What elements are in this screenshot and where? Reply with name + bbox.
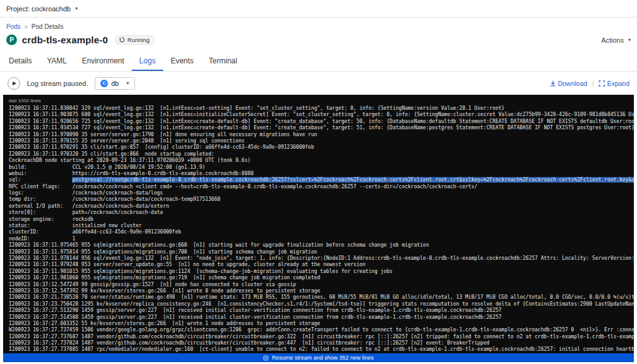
log-line: I200923 16:37:12.547392 99 kv/kvserver/s… xyxy=(9,288,634,294)
download-icon xyxy=(550,80,556,87)
log-line: I200923 16:37:27.513290 1459 gossip/serv… xyxy=(9,308,634,314)
log-line: I200923 16:37:11.830042 329 sql/event_lo… xyxy=(9,105,634,112)
log-line: W200923 16:37:27.737459 1506 vendor/goog… xyxy=(9,327,634,333)
tab-yaml[interactable]: YAML xyxy=(40,51,75,71)
status-badge-label: Running xyxy=(127,36,149,43)
log-viewport[interactable]: last 1000 lines I200923 16:37:11.830042 … xyxy=(3,95,634,362)
log-line: I200923 16:37:27.603352 55 kv/kvserver/s… xyxy=(9,321,634,327)
log-line: I200923 16:37:11.970090 35 server/server… xyxy=(9,132,634,138)
log-line: status: initialized new cluster xyxy=(9,223,634,229)
log-line: temp dir: /cockroach/cockroach-data/cock… xyxy=(9,196,634,203)
container-select-value: db xyxy=(111,80,119,87)
selected-log-text: postgresql://root@crdb-tls-example-0.crd… xyxy=(72,177,634,183)
pod-icon: P xyxy=(6,35,17,45)
log-line: I200923 16:37:27.514508 1459 gossip/serv… xyxy=(9,314,634,321)
log-line-prefix: sql: xyxy=(9,177,72,183)
project-selector-label: Project: cockroachdb xyxy=(6,5,71,13)
tabs: DetailsYAMLEnvironmentLogsEventsTerminal xyxy=(0,51,637,72)
tab-details[interactable]: Details xyxy=(1,51,40,71)
tab-terminal[interactable]: Terminal xyxy=(201,51,245,71)
log-line: I200923 16:37:11.981060 955 sqlmigration… xyxy=(9,275,634,281)
log-line: I200923 16:37:11.970291 35 cli/start.go:… xyxy=(9,144,634,151)
log-line: I200923 16:37:11.975465 955 sqlmigration… xyxy=(9,242,634,249)
expand-label: Expand xyxy=(607,80,629,87)
project-selector[interactable]: Project: cockroachdb ▾ xyxy=(0,0,637,18)
toolbar-divider: | xyxy=(592,80,594,87)
log-line: I200923 16:37:11.920656 725 sql/event_lo… xyxy=(9,119,634,125)
log-line: I200923 16:37:23.750428 1295 kv/kvserver… xyxy=(9,301,634,308)
log-line: I200923 16:37:11.970320 35 cli/start.go:… xyxy=(9,151,634,158)
log-line: I200923 16:37:21.738520 78 server/status… xyxy=(9,294,634,301)
title-row: P crdb-tls-example-0 Running Actions ▾ xyxy=(0,30,637,45)
breadcrumb: Pods > Pod Details xyxy=(0,18,637,30)
actions-menu-button[interactable]: Actions ▾ xyxy=(601,36,631,44)
log-toolbar: ▶ Log stream paused. C db ▾ Download | E… xyxy=(0,72,637,95)
resume-stream-label: Resume stream and show 352 new lines xyxy=(272,355,373,361)
container-icon: C xyxy=(100,80,108,87)
log-line: I200923 16:37:11.970155 35 server/server… xyxy=(9,138,634,144)
log-line: storage engine: rocksdb xyxy=(9,217,634,223)
download-button[interactable]: Download xyxy=(550,80,587,87)
tab-environment[interactable]: Environment xyxy=(74,51,131,71)
log-range-label: last 1000 lines xyxy=(9,98,634,104)
toolbar-right: Download | Expand xyxy=(550,80,629,87)
tab-logs[interactable]: Logs xyxy=(132,51,163,71)
page-title: crdb-tls-example-0 xyxy=(22,35,108,45)
stream-status-text: Log stream paused. xyxy=(27,80,88,87)
log-line: I200923 16:37:11.979248 953 server/serve… xyxy=(9,262,634,268)
breadcrumb-separator: > xyxy=(24,24,28,30)
log-line: external I/O path: /cockroach/cockroach-… xyxy=(9,203,634,210)
play-circle-icon xyxy=(263,355,269,361)
log-line: store[0]: path=/cockroach/cockroach-data xyxy=(9,210,634,216)
play-button[interactable]: ▶ xyxy=(8,77,20,90)
play-icon: ▶ xyxy=(13,80,16,86)
log-line: I200923 16:37:12.547249 99 gossip/gossip… xyxy=(9,282,634,288)
log-line: CockroachDB node starting at 2020-09-23 … xyxy=(9,158,634,164)
log-line: nodeID: 1 xyxy=(9,236,634,242)
chevron-down-icon: ▾ xyxy=(75,6,78,11)
log-lines: I200923 16:37:11.830042 329 sql/event_lo… xyxy=(9,105,634,353)
resume-stream-button[interactable]: Resume stream and show 352 new lines xyxy=(3,353,634,362)
log-line: clusterID: a66ffe4d-cc63-45dc-9a9e-09123… xyxy=(9,229,634,235)
log-line: I200923 16:37:11.934534 727 sql/event_lo… xyxy=(9,125,634,131)
log-line: build: CCL v20.1.5 @ 2020/08/24 19:52:08… xyxy=(9,164,634,171)
status-badge: Running xyxy=(115,35,155,45)
chevron-down-icon: ▾ xyxy=(628,37,631,43)
log-line: I200923 16:37:27.737687 1487 vendor/gith… xyxy=(9,334,634,340)
tab-events[interactable]: Events xyxy=(163,51,201,71)
pod-details-page: Project: cockroachdb ▾ Pods > Pod Detail… xyxy=(0,0,637,364)
actions-label: Actions xyxy=(601,36,624,44)
log-line: I200923 16:37:11.978144 956 sql/event_lo… xyxy=(9,255,634,262)
sync-icon xyxy=(119,37,125,43)
log-line: sql: postgresql://root@crdb-tls-example-… xyxy=(9,177,634,183)
log-line: RPC client flags: /cockroach/cockroach <… xyxy=(9,184,634,190)
breadcrumb-link-pods[interactable]: Pods xyxy=(6,23,21,30)
breadcrumb-current: Pod Details xyxy=(31,23,63,30)
container-select[interactable]: C db ▾ xyxy=(95,77,134,90)
log-line: logs: /cockroach/cockroach-data/logs xyxy=(9,190,634,196)
log-line: webui: https://crdb-tls-example-0.crdb-t… xyxy=(9,171,634,177)
download-label: Download xyxy=(558,80,587,87)
chevron-down-icon: ▾ xyxy=(126,80,129,86)
log-line: I200923 16:37:11.981015 955 sqlmigration… xyxy=(9,269,634,275)
log-line: I200923 16:37:27.737885 1487 rpc/nodedia… xyxy=(9,346,634,353)
log-line: I200923 16:37:11.903075 680 sql/event_lo… xyxy=(9,112,634,118)
expand-icon xyxy=(599,80,605,87)
log-line: I200923 16:37:11.975814 955 sqlmigration… xyxy=(9,249,634,255)
expand-button[interactable]: Expand xyxy=(599,80,629,87)
log-line: I200923 16:37:27.737824 1487 vendor/gith… xyxy=(9,340,634,346)
